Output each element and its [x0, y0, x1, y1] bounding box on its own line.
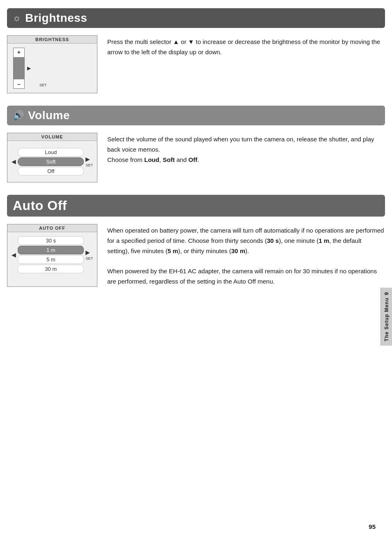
volume-desc-2: Choose from Loud, Soft and Off. [107, 156, 199, 163]
volume-item-soft: Soft [18, 157, 84, 166]
volume-item-off: Off [18, 167, 84, 175]
volume-menu-label: VOLUME [7, 133, 97, 141]
auto-off-arrow-right: ▶ [85, 249, 90, 256]
auto-off-mockup: AUTO OFF ◀ 30 s 1 m 5 m 30 m ▶ SET [7, 224, 97, 287]
volume-soft-bold: Soft [163, 156, 175, 163]
brightness-minus: – [17, 80, 21, 88]
auto-off-menu-label: AUTO OFF [7, 224, 97, 232]
brightness-mockup: BRIGHTNESS + – ▶ SET [7, 35, 97, 93]
volume-nav: ◀ Loud Soft Off ▶ SET [12, 148, 93, 175]
brightness-icon: ☼ [13, 13, 21, 23]
brightness-arrow-right: ▶ [27, 65, 31, 71]
volume-loud-bold: Loud [144, 156, 159, 163]
volume-inner: ◀ Loud Soft Off ▶ SET [7, 141, 97, 182]
page-container: ☼ Brightness BRIGHTNESS + – ▶ SET [7, 0, 385, 307]
brightness-description: Press the multi selector ▲ or ▼ to incre… [107, 35, 385, 93]
side-tab-number: 9 [383, 292, 390, 295]
volume-desc-1: Select the volume of the sound played wh… [107, 136, 374, 153]
brightness-bar [14, 57, 24, 79]
auto-off-description: When operated on battery power, the came… [107, 224, 385, 287]
auto-off-nav: ◀ 30 s 1 m 5 m 30 m ▶ SET [12, 236, 93, 273]
volume-title: Volume [28, 109, 70, 122]
brightness-scale: + – [13, 48, 25, 89]
volume-list: Loud Soft Off [18, 148, 84, 175]
brightness-title: Brightness [25, 12, 87, 25]
auto-off-title: Auto Off [13, 198, 67, 213]
brightness-arrow-area: ▶ SET [25, 48, 31, 89]
volume-item-loud: Loud [18, 148, 84, 157]
volume-section: 🔊 Volume VOLUME ◀ Loud Soft Off ▶ [7, 106, 385, 182]
auto-off-5m-bold: 5 m [168, 247, 178, 254]
volume-set-label: SET [85, 163, 93, 167]
auto-off-section: Auto Off AUTO OFF ◀ 30 s 1 m 5 m 30 m [7, 195, 385, 287]
brightness-set-label: SET [39, 83, 47, 87]
volume-header: 🔊 Volume [7, 106, 385, 125]
auto-off-item-5m: 5 m [18, 255, 84, 264]
volume-mockup: VOLUME ◀ Loud Soft Off ▶ SET [7, 133, 97, 182]
page-number: 95 [369, 523, 376, 530]
volume-off-bold: Off [189, 156, 198, 163]
page-number-container: 95 [369, 523, 376, 530]
auto-off-item-30s: 30 s [18, 236, 84, 245]
auto-off-30m-bold: 30 m [231, 247, 245, 254]
brightness-menu-label: BRIGHTNESS [7, 36, 97, 44]
auto-off-1m-bold: 1 m [318, 237, 329, 244]
auto-off-desc-part1: When operated on battery power, the came… [107, 227, 384, 254]
side-tab: 9 The Setup Menu [380, 288, 392, 346]
side-tab-label: The Setup Menu [384, 298, 390, 342]
brightness-header: ☼ Brightness [7, 8, 385, 28]
auto-off-item-30m: 30 m [18, 265, 84, 273]
auto-off-set-label: SET [85, 256, 93, 261]
auto-off-arrow-left: ◀ [12, 252, 16, 258]
volume-arrow-right: ▶ [85, 156, 90, 162]
brightness-content: BRIGHTNESS + – ▶ SET Press the multi sel… [7, 35, 385, 93]
brightness-plus: + [17, 48, 21, 56]
brightness-section: ☼ Brightness BRIGHTNESS + – ▶ SET [7, 8, 385, 93]
volume-icon: 🔊 [13, 110, 24, 121]
brightness-inner: + – ▶ SET [7, 44, 97, 93]
volume-description: Select the volume of the sound played wh… [107, 133, 385, 182]
auto-off-inner: ◀ 30 s 1 m 5 m 30 m ▶ SET [7, 232, 97, 277]
auto-off-desc-part2: When powered by the EH-61 AC adapter, th… [107, 268, 377, 285]
auto-off-item-1m: 1 m [18, 246, 84, 254]
volume-content: VOLUME ◀ Loud Soft Off ▶ SET [7, 133, 385, 182]
auto-off-header: Auto Off [7, 195, 385, 217]
auto-off-30s-bold: 30 s [267, 237, 279, 244]
auto-off-content: AUTO OFF ◀ 30 s 1 m 5 m 30 m ▶ SET [7, 224, 385, 287]
auto-off-list: 30 s 1 m 5 m 30 m [18, 236, 84, 273]
volume-arrow-left: ◀ [12, 158, 16, 165]
